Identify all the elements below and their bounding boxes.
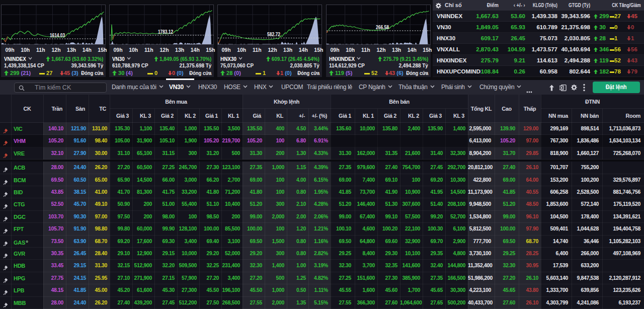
svg-text:1783.12: 1783.12 xyxy=(158,29,173,35)
svg-text:582.72: 582.72 xyxy=(267,32,280,37)
svg-text:266.58: 266.58 xyxy=(376,25,389,30)
svg-text:1614.03: 1614.03 xyxy=(50,33,65,38)
